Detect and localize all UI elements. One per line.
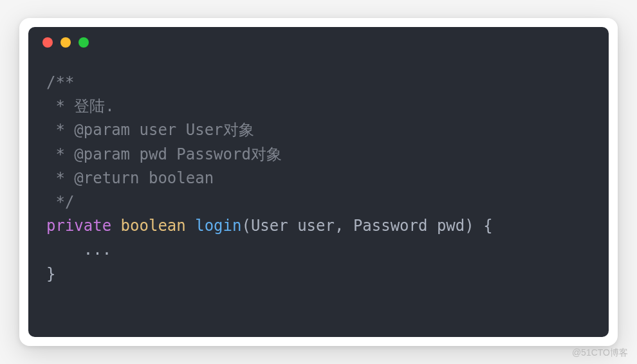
code-body: ... xyxy=(46,241,111,259)
paren-close: ) xyxy=(465,217,474,235)
comment-line: * @param user User对象 xyxy=(46,121,254,139)
code-content: /** * 登陆. * @param user User对象 * @param … xyxy=(28,58,609,337)
param-type: User xyxy=(251,217,288,235)
keyword-boolean: boolean xyxy=(121,217,186,235)
paren-open: ( xyxy=(241,217,250,235)
watermark: @51CTO博客 xyxy=(572,347,628,359)
zoom-icon[interactable] xyxy=(78,37,89,48)
param-name: pwd xyxy=(437,217,465,235)
keyword-private: private xyxy=(46,217,111,235)
brace-open: { xyxy=(474,217,493,235)
comment-line: */ xyxy=(46,193,74,211)
function-name: login xyxy=(195,217,241,235)
param-type: Password xyxy=(353,217,428,235)
titlebar xyxy=(28,27,609,58)
param-name: user xyxy=(297,217,335,235)
close-icon[interactable] xyxy=(42,37,53,48)
window-frame: /** * 登陆. * @param user User对象 * @param … xyxy=(19,18,618,346)
comment-line: * @return boolean xyxy=(46,169,214,187)
code-window: /** * 登陆. * @param user User对象 * @param … xyxy=(28,27,609,337)
brace-close: } xyxy=(46,265,55,283)
separator: , xyxy=(335,217,353,235)
comment-line: * 登陆. xyxy=(46,97,115,115)
comment-line: /** xyxy=(46,73,74,91)
minimize-icon[interactable] xyxy=(60,37,71,48)
comment-line: * @param pwd Password对象 xyxy=(46,145,282,163)
